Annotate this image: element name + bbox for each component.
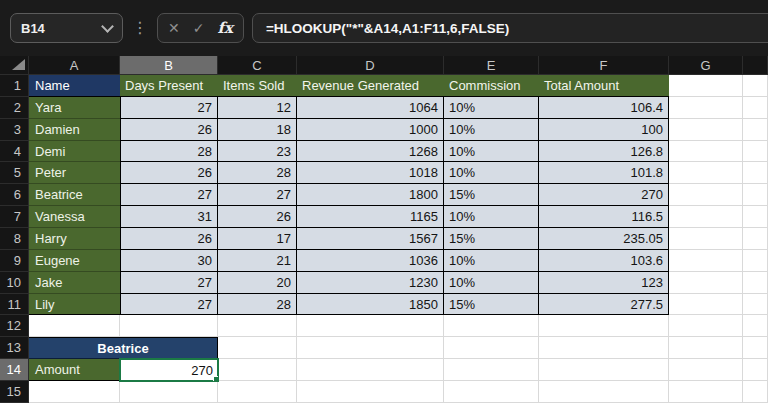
cell-H11[interactable] (743, 294, 768, 316)
cell-H6[interactable] (743, 184, 768, 206)
cell-A5[interactable]: Peter (29, 162, 120, 184)
cell-F11[interactable]: 277.5 (539, 294, 669, 316)
row-header-12[interactable]: 12 (0, 315, 29, 337)
col-header-D[interactable]: D (297, 56, 444, 75)
confirm-icon[interactable]: ✓ (193, 20, 205, 36)
cell-G8[interactable] (669, 228, 743, 250)
cell-F13[interactable] (539, 337, 669, 359)
cell-F10[interactable]: 123 (539, 272, 669, 294)
row-header-7[interactable]: 7 (0, 206, 29, 228)
cell-E1[interactable]: Commission (444, 75, 539, 97)
row-header-9[interactable]: 9 (0, 250, 29, 272)
cell-F2[interactable]: 106.4 (539, 97, 669, 119)
cell-D13[interactable] (297, 337, 444, 359)
cell-B3[interactable]: 26 (120, 119, 218, 141)
cell-G13[interactable] (669, 337, 743, 359)
row-header-6[interactable]: 6 (0, 184, 29, 206)
cell-A3[interactable]: Damien (29, 119, 120, 141)
cell-H3[interactable] (743, 119, 768, 141)
cell-B11[interactable]: 27 (120, 294, 218, 316)
cell-D10[interactable]: 1230 (297, 272, 444, 294)
cell-E5[interactable]: 10% (444, 162, 539, 184)
cell-C15[interactable] (218, 381, 297, 403)
cell-F1[interactable]: Total Amount (539, 75, 669, 97)
row-header-1[interactable]: 1 (0, 75, 29, 97)
cell-E10[interactable]: 10% (444, 272, 539, 294)
formula-bar[interactable]: =HLOOKUP("*"&A14,A1:F11,6,FALSE) (252, 13, 768, 43)
cell-D3[interactable]: 1000 (297, 119, 444, 141)
cell-G10[interactable] (669, 272, 743, 294)
row-header-14[interactable]: 14 (0, 359, 29, 381)
cell-H1[interactable] (743, 75, 768, 97)
cell-B7[interactable]: 31 (120, 206, 218, 228)
cell-A10[interactable]: Jake (29, 272, 120, 294)
cell-E3[interactable]: 10% (444, 119, 539, 141)
cell-G2[interactable] (669, 97, 743, 119)
cell-E11[interactable]: 15% (444, 294, 539, 316)
cell-F7[interactable]: 116.5 (539, 206, 669, 228)
cell-E7[interactable]: 10% (444, 206, 539, 228)
selected-cell-B14[interactable]: 270 (120, 359, 218, 381)
row-header-15[interactable]: 15 (0, 381, 29, 403)
cell-G15[interactable] (669, 381, 743, 403)
cell-B10[interactable]: 27 (120, 272, 218, 294)
col-header-C[interactable]: C (218, 56, 297, 75)
row-header-5[interactable]: 5 (0, 162, 29, 184)
fill-handle[interactable] (213, 376, 218, 381)
cell-C4[interactable]: 23 (218, 141, 297, 163)
cell-H4[interactable] (743, 141, 768, 163)
cell-H13[interactable] (743, 337, 768, 359)
cell-A4[interactable]: Demi (29, 141, 120, 163)
cell-D12[interactable] (297, 315, 444, 337)
cell-H8[interactable] (743, 228, 768, 250)
cell-D8[interactable]: 1567 (297, 228, 444, 250)
cell-C7[interactable]: 26 (218, 206, 297, 228)
cell-G1[interactable] (669, 75, 743, 97)
cell-C1[interactable]: Items Sold (218, 75, 297, 97)
cell-E2[interactable]: 10% (444, 97, 539, 119)
cell-E4[interactable]: 10% (444, 141, 539, 163)
col-header-B[interactable]: B (120, 56, 218, 75)
col-header-F[interactable]: F (539, 56, 669, 75)
cell-F8[interactable]: 235.05 (539, 228, 669, 250)
cell-G3[interactable] (669, 119, 743, 141)
row-header-13[interactable]: 13 (0, 337, 29, 359)
cell-G14[interactable] (669, 359, 743, 381)
select-all-corner[interactable] (0, 56, 29, 75)
cell-G4[interactable] (669, 141, 743, 163)
cell-F3[interactable]: 100 (539, 119, 669, 141)
cell-A14[interactable]: Amount (29, 359, 120, 381)
cell-E13[interactable] (444, 337, 539, 359)
cell-B2[interactable]: 27 (120, 97, 218, 119)
cell-C10[interactable]: 20 (218, 272, 297, 294)
cell-F5[interactable]: 101.8 (539, 162, 669, 184)
cell-F6[interactable]: 270 (539, 184, 669, 206)
row-header-2[interactable]: 2 (0, 97, 29, 119)
cell-C14[interactable] (218, 359, 297, 381)
cell-G6[interactable] (669, 184, 743, 206)
cell-A12[interactable] (29, 315, 120, 337)
cell-E9[interactable]: 10% (444, 250, 539, 272)
row-header-4[interactable]: 4 (0, 141, 29, 163)
chevron-down-icon[interactable] (101, 20, 114, 33)
cell-C2[interactable]: 12 (218, 97, 297, 119)
cell-E6[interactable]: 15% (444, 184, 539, 206)
cell-B12[interactable] (120, 315, 218, 337)
kebab-menu-icon[interactable]: ⋮ (132, 20, 148, 36)
cell-C12[interactable] (218, 315, 297, 337)
cell-D11[interactable]: 1850 (297, 294, 444, 316)
cell-G9[interactable] (669, 250, 743, 272)
cell-D14[interactable] (297, 359, 444, 381)
cell-G12[interactable] (669, 315, 743, 337)
cell-B1[interactable]: Days Present (120, 75, 218, 97)
cell-H14[interactable] (743, 359, 768, 381)
cell-H15[interactable] (743, 381, 768, 403)
col-header-A[interactable]: A (29, 56, 120, 75)
cell-H12[interactable] (743, 315, 768, 337)
cell-H7[interactable] (743, 206, 768, 228)
cell-E8[interactable]: 15% (444, 228, 539, 250)
name-box[interactable]: B14 (10, 13, 123, 43)
cell-F4[interactable]: 126.8 (539, 141, 669, 163)
cell-D6[interactable]: 1800 (297, 184, 444, 206)
cell-H2[interactable] (743, 97, 768, 119)
